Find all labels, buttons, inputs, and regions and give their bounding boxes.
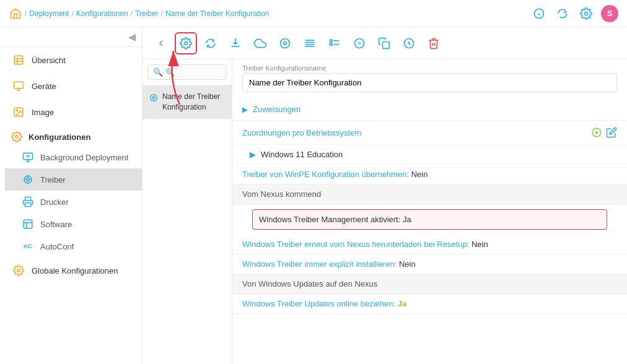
row-windows-treiber-mgmt-wrap: Windows Treiber Management aktiviert: Ja — [232, 204, 627, 235]
sidebar-header: ◀ — [0, 27, 142, 47]
printer-icon — [22, 196, 34, 208]
list-panel: 🔍 Name der Treiber Konfiguration — [142, 59, 232, 364]
svg-rect-34 — [330, 40, 332, 41]
sidebar-item-gerate[interactable]: Geräte — [0, 73, 142, 99]
global-gear-icon — [12, 264, 25, 277]
svg-rect-8 — [14, 82, 24, 89]
toolbar-export-button[interactable] — [398, 32, 420, 54]
row-treiber-neu-herunterladen: Windows Treiber erneut vom Nexus herunte… — [232, 235, 627, 254]
sidebar: ◀ Übersicht Ger — [0, 27, 142, 364]
gear-orange-icon — [10, 130, 24, 144]
search-wrap[interactable]: 🔍 — [147, 64, 227, 80]
image-icon — [12, 105, 25, 119]
home-icon[interactable] — [9, 7, 22, 20]
toolbar-delete-button[interactable] — [423, 32, 445, 54]
svg-point-27 — [185, 41, 188, 45]
sidebar-label-software: Software — [40, 220, 72, 229]
add-icon[interactable] — [591, 127, 602, 138]
edit-icon[interactable] — [606, 127, 617, 138]
sidebar-item-treiber[interactable]: Treiber — [5, 168, 142, 191]
sidebar-label-ubersicht: Übersicht — [32, 56, 66, 65]
svg-rect-23 — [25, 203, 31, 207]
breadcrumb-konfigurationen[interactable]: Konfigurationen — [76, 9, 128, 18]
svg-rect-4 — [14, 56, 23, 64]
toolbar-list1-button[interactable] — [299, 32, 321, 54]
svg-point-12 — [16, 110, 17, 111]
sidebar-item-globale-konfigurationen[interactable]: Globale Konfigurationen — [0, 258, 142, 284]
svg-point-42 — [408, 41, 411, 45]
breadcrumb: / Deployment / Konfigurationen / Treiber… — [9, 7, 269, 20]
sidebar-section-konfigurationen[interactable]: Konfigurationen — [0, 125, 142, 146]
sidebar-label-image: Image — [32, 108, 54, 117]
breadcrumb-deployment[interactable]: Deployment — [29, 9, 69, 18]
toolbar-record-button[interactable] — [348, 32, 370, 54]
bg-deploy-icon — [22, 151, 34, 163]
list-item-treiber-config[interactable]: Name der Treiber Konfiguration — [142, 85, 232, 119]
section-actions-zuordnungen — [591, 127, 617, 138]
main-layout: ◀ Übersicht Ger — [0, 27, 627, 364]
svg-point-13 — [15, 136, 19, 139]
sidebar-label-globale-konfigurationen: Globale Konfigurationen — [32, 266, 118, 275]
sidebar-label-background-deployment: Background Deployment — [40, 153, 128, 162]
section-zuweisungen[interactable]: ▶ Zuweisungen — [232, 98, 627, 121]
label-treiber-neu: Windows Treiber erneut vom Nexus herunte… — [242, 240, 469, 249]
chevron-right-icon: ▶ — [242, 105, 248, 114]
toolbar — [142, 27, 627, 59]
sidebar-item-image[interactable]: Image — [0, 99, 142, 125]
search-input[interactable] — [165, 68, 221, 77]
field-label-konfigurationsname: Treiber Konfigurationsname — [232, 59, 627, 73]
svg-point-45 — [152, 97, 155, 99]
refresh-icon[interactable] — [554, 5, 571, 22]
row-von-windows-updates: Von Windows Updates auf den Nexus — [232, 274, 627, 294]
user-avatar[interactable]: S — [601, 5, 618, 22]
label-treiber-updates: Windows Treiber Updates online beziehen: — [242, 299, 395, 308]
row-windows-treiber-mgmt: Windows Treiber Management aktiviert: Ja — [252, 209, 607, 230]
sidebar-sub-konfigurationen: Background Deployment Treiber — [0, 146, 142, 258]
row-treiber-winpe: Treiber von WinPE Konfiguration übernehm… — [232, 165, 627, 184]
sidebar-item-ubersicht[interactable]: Übersicht — [0, 47, 142, 73]
monitor-icon — [12, 79, 25, 93]
toolbar-download-button[interactable] — [224, 32, 247, 54]
toolbar-back-button[interactable] — [150, 32, 172, 54]
field-input-konfigurationsname[interactable] — [242, 73, 617, 92]
sidebar-item-software[interactable]: Software — [5, 213, 142, 235]
list-item-driver-icon — [149, 93, 159, 103]
svg-rect-24 — [24, 220, 32, 228]
sidebar-item-drucker[interactable]: Drucker — [5, 191, 142, 213]
main-content: 🔍 Name der Treiber Konfiguration — [142, 27, 627, 364]
sub-title-win11: Windows 11 Education — [261, 150, 343, 159]
sidebar-label-treiber: Treiber — [40, 175, 66, 184]
label-treiber-explizit: Windows Treiber immer explizit installie… — [242, 259, 397, 269]
sidebar-item-background-deployment[interactable]: Background Deployment — [5, 146, 142, 168]
svg-point-39 — [357, 41, 362, 45]
settings-icon[interactable] — [577, 5, 595, 22]
value-treiber-explizit: Nein — [399, 259, 416, 269]
toolbar-copy-button[interactable] — [373, 32, 395, 54]
svg-rect-36 — [330, 43, 332, 45]
sidebar-label-drucker: Drucker — [40, 197, 69, 207]
sub-section-win11[interactable]: ▶ Windows 11 Education — [232, 145, 627, 165]
value-treiber-neu: Nein — [471, 240, 488, 249]
value-treiber-winpe: Nein — [411, 170, 428, 179]
svg-point-18 — [27, 178, 30, 181]
toolbar-refresh-button[interactable] — [200, 32, 222, 54]
breadcrumb-treiber[interactable]: Treiber — [135, 9, 159, 18]
sidebar-collapse-button[interactable]: ◀ — [128, 31, 136, 43]
detail-panel: Treiber Konfigurationsname ▶ Zuweisungen… — [232, 59, 627, 364]
search-icon: 🔍 — [153, 67, 163, 77]
list-item-label: Name der Treiber Konfiguration — [162, 92, 226, 113]
toolbar-disk-button[interactable] — [274, 32, 296, 54]
toolbar-cloud-button[interactable] — [249, 32, 271, 54]
driver-icon — [22, 173, 34, 186]
toolbar-gear-button[interactable] — [175, 32, 197, 54]
row-treiber-updates-online: Windows Treiber Updates online beziehen:… — [232, 294, 627, 314]
svg-point-44 — [151, 95, 157, 102]
label-treiber-mgmt: Windows Treiber Management aktiviert: — [259, 215, 400, 224]
sidebar-item-autoconf[interactable]: AC AutoConf — [5, 235, 142, 258]
topbar: / Deployment / Konfigurationen / Treiber… — [0, 0, 627, 27]
info-icon[interactable] — [530, 5, 548, 22]
toolbar-list2-button[interactable] — [323, 32, 346, 54]
list-icon — [12, 53, 25, 67]
search-bar: 🔍 — [142, 59, 232, 85]
section-zuordnungen[interactable]: Zuordnungen pro Betriebssystem — [232, 121, 627, 145]
